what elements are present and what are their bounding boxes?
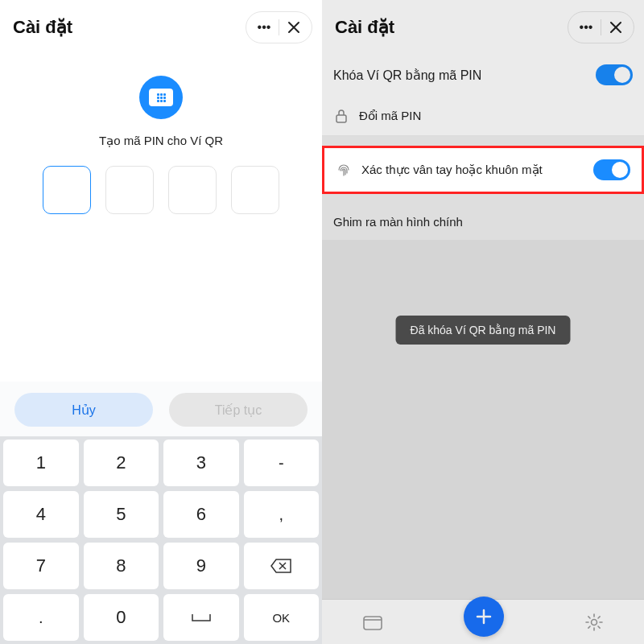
tab-settings[interactable]: [584, 613, 604, 632]
header: Cài đặt •••: [322, 0, 644, 52]
settings-screen: Cài đặt ••• Khóa Ví QR bằng mã PIN Đổi m…: [322, 0, 644, 644]
divider: [279, 19, 279, 35]
key-spacebar[interactable]: [163, 594, 239, 641]
setting-lock-pin[interactable]: Khóa Ví QR bằng mã PIN: [322, 52, 644, 97]
pin-prompt: Tạo mã PIN cho Ví QR: [99, 134, 223, 148]
pin-input-boxes: [43, 166, 279, 214]
settings-list: Đổi mã PIN Xác thực vân tay hoặc khuôn m…: [322, 97, 644, 240]
key-8[interactable]: 8: [84, 543, 159, 589]
setting-biometric[interactable]: Xác thực vân tay hoặc khuôn mặt: [322, 146, 644, 194]
plus-icon: [475, 608, 493, 625]
bottom-tab-bar: [322, 599, 644, 644]
page-title: Cài đặt: [335, 17, 394, 38]
key-4[interactable]: 4: [3, 491, 79, 538]
pin-digit-4[interactable]: [231, 166, 279, 214]
key-0[interactable]: 0: [84, 594, 159, 641]
key-backspace[interactable]: [244, 543, 320, 589]
header-actions: •••: [568, 11, 634, 43]
pin-digit-2[interactable]: [105, 166, 154, 214]
gear-icon: [584, 613, 604, 632]
page-title: Cài đặt: [13, 17, 72, 38]
close-button[interactable]: [281, 17, 307, 38]
key-5[interactable]: 5: [84, 491, 159, 538]
key-6[interactable]: 6: [163, 491, 239, 538]
svg-rect-1: [364, 617, 382, 630]
key-dot[interactable]: .: [3, 594, 79, 641]
lock-icon: [333, 108, 349, 124]
fab-add[interactable]: [464, 597, 504, 637]
action-buttons: Hủy Tiếp tục: [0, 382, 322, 436]
more-icon: •••: [258, 20, 271, 35]
header-actions: •••: [246, 11, 312, 43]
backspace-icon: [270, 559, 291, 573]
setting-label: Đổi mã PIN: [359, 109, 633, 123]
continue-button[interactable]: Tiếp tục: [169, 393, 308, 427]
wallet-qr-icon: [139, 76, 183, 119]
more-button[interactable]: •••: [251, 17, 277, 38]
wallet-icon: [362, 613, 383, 631]
numeric-keypad: 1 2 3 - 4 5 6 , 7 8 9 . 0 OK: [0, 436, 322, 644]
key-9[interactable]: 9: [163, 543, 239, 589]
more-button[interactable]: •••: [573, 17, 599, 38]
setting-change-pin[interactable]: Đổi mã PIN: [322, 97, 644, 136]
key-1[interactable]: 1: [3, 440, 79, 486]
close-icon: [609, 21, 622, 34]
close-icon: [287, 21, 300, 34]
close-button[interactable]: [603, 17, 629, 38]
tab-wallet[interactable]: [362, 613, 383, 631]
pin-digit-1[interactable]: [43, 166, 91, 214]
pin-setup-screen: Cài đặt ••• Tạo mã PIN cho Ví QR Hủy: [0, 0, 322, 644]
svg-rect-0: [336, 115, 346, 122]
key-ok[interactable]: OK: [244, 594, 320, 641]
pin-digit-3[interactable]: [168, 166, 217, 214]
more-icon: •••: [580, 20, 593, 35]
spacer: [0, 230, 322, 382]
setting-pin-home[interactable]: Ghim ra màn hình chính: [322, 204, 644, 240]
key-comma[interactable]: ,: [244, 491, 320, 538]
pin-setup-area: Tạo mã PIN cho Ví QR: [0, 52, 322, 230]
toast-message: Đã khóa Ví QR bằng mã PIN: [396, 316, 571, 345]
setting-label: Ghim ra màn hình chính: [333, 215, 633, 229]
cancel-button[interactable]: Hủy: [14, 393, 153, 427]
setting-label: Xác thực vân tay hoặc khuôn mặt: [361, 163, 584, 177]
key-3[interactable]: 3: [163, 440, 239, 486]
key-7[interactable]: 7: [3, 543, 79, 589]
setting-label: Khóa Ví QR bằng mã PIN: [333, 68, 596, 83]
header: Cài đặt •••: [0, 0, 322, 52]
toggle-on[interactable]: [593, 159, 630, 180]
key-2[interactable]: 2: [84, 440, 159, 486]
toggle-on[interactable]: [596, 64, 633, 85]
key-dash[interactable]: -: [244, 440, 320, 486]
svg-point-2: [592, 619, 597, 625]
fingerprint-icon: [336, 162, 352, 178]
divider: [601, 19, 601, 35]
space-icon: [191, 613, 212, 622]
